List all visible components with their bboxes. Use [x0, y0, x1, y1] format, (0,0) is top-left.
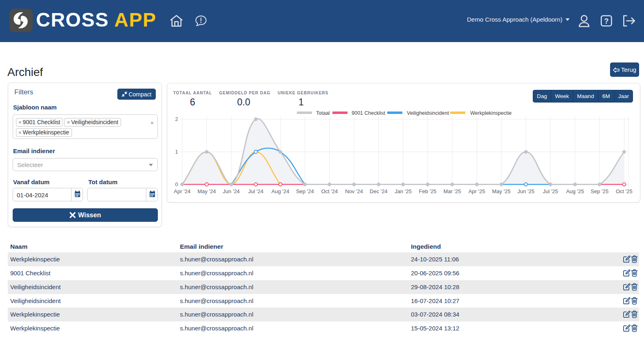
svg-text:0: 0	[175, 181, 178, 187]
svg-text:Jun '25: Jun '25	[517, 188, 534, 194]
svg-text:?: ?	[604, 17, 609, 25]
svg-text:Apr '25: Apr '25	[469, 188, 485, 194]
svg-text:Jul '25: Jul '25	[543, 188, 558, 194]
svg-text:Oct '25: Oct '25	[616, 188, 633, 194]
svg-text:Aug '24: Aug '24	[272, 188, 289, 194]
svg-text:Jul '24: Jul '24	[248, 188, 263, 194]
svg-text:Oct '24: Oct '24	[321, 188, 338, 194]
svg-text:2: 2	[175, 116, 178, 122]
svg-text:Feb '25: Feb '25	[419, 188, 437, 194]
svg-text:Sep '24: Sep '24	[296, 188, 314, 194]
svg-text:Dec '24: Dec '24	[370, 188, 388, 194]
svg-text:Sep '25: Sep '25	[590, 188, 608, 194]
svg-text:Jun '24: Jun '24	[223, 188, 240, 194]
svg-text:1: 1	[175, 149, 178, 155]
svg-text:Mar '25: Mar '25	[444, 188, 461, 194]
svg-text:Nov '24: Nov '24	[345, 188, 363, 194]
svg-text:May '25: May '25	[492, 188, 511, 194]
svg-text:Aug '25: Aug '25	[566, 188, 584, 194]
svg-text:Jan '25: Jan '25	[395, 188, 412, 194]
svg-text:Apr '24: Apr '24	[174, 188, 191, 194]
svg-text:May '24: May '24	[197, 188, 216, 194]
